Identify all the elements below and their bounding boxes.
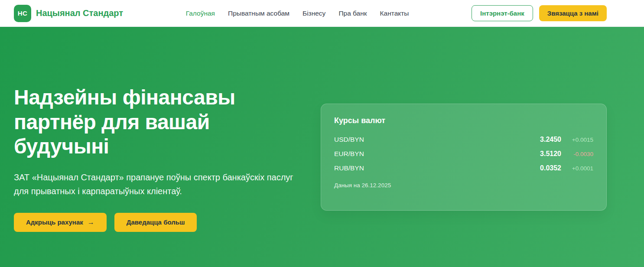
contact-us-button[interactable]: Звязацца з намі <box>539 5 607 21</box>
rate-change: -0.0030 <box>565 151 593 157</box>
rate-pair: EUR/BYN <box>334 150 540 158</box>
arrow-right-icon: → <box>88 219 94 226</box>
bank-logo-icon: НС <box>14 5 31 22</box>
header-actions: Інтэрнэт-банк Звязацца з намі <box>472 5 607 21</box>
header: НС Нацыянал Стандарт Галоўная Прыватным … <box>0 0 644 27</box>
nav-item-home[interactable]: Галоўная <box>186 10 215 17</box>
rate-value: 0.0352 <box>540 164 561 172</box>
nav-item-private[interactable]: Прыватным асобам <box>228 10 289 17</box>
rate-value: 3.5120 <box>540 150 561 158</box>
internet-bank-button[interactable]: Інтэрнэт-банк <box>472 5 533 21</box>
hero-buttons: Адкрыць рахунак → Даведацца больш <box>14 213 300 232</box>
open-account-label: Адкрыць рахунак <box>26 218 83 226</box>
rate-change: +0.0001 <box>565 165 593 172</box>
hero-subtitle: ЗАТ «Нацыянал Стандарт» прапануе поўны с… <box>14 170 300 198</box>
rate-pair: USD/BYN <box>334 136 540 143</box>
rate-pair: RUB/BYN <box>334 164 540 172</box>
rate-row-usd: USD/BYN 3.2450 +0.0015 <box>334 136 593 143</box>
hero-content: Надзейны фінансавы партнёр для вашай буд… <box>14 27 300 232</box>
hero-title: Надзейны фінансавы партнёр для вашай буд… <box>14 85 300 159</box>
rate-value: 3.2450 <box>540 136 561 143</box>
brand[interactable]: НС Нацыянал Стандарт <box>14 5 123 22</box>
header-inner: НС Нацыянал Стандарт Галоўная Прыватным … <box>14 5 607 22</box>
hero-inner: Надзейны фінансавы партнёр для вашай буд… <box>0 27 644 232</box>
open-account-button[interactable]: Адкрыць рахунак → <box>14 213 107 232</box>
nav-item-business[interactable]: Бізнесу <box>302 10 325 17</box>
learn-more-button[interactable]: Даведацца больш <box>114 213 197 232</box>
rate-change: +0.0015 <box>565 137 593 143</box>
rate-row-eur: EUR/BYN 3.5120 -0.0030 <box>334 150 593 158</box>
hero-section: Надзейны фінансавы партнёр для вашай буд… <box>0 27 644 267</box>
rates-as-of-date: Даныя на 26.12.2025 <box>334 182 593 189</box>
currency-rates-card: Курсы валют USD/BYN 3.2450 +0.0015 EUR/B… <box>321 104 607 211</box>
nav-item-contacts[interactable]: Кантакты <box>380 10 409 17</box>
main-nav: Галоўная Прыватным асобам Бізнесу Пра ба… <box>186 10 409 17</box>
brand-name: Нацыянал Стандарт <box>36 8 123 18</box>
rates-card-title: Курсы валют <box>334 116 593 125</box>
rate-row-rub: RUB/BYN 0.0352 +0.0001 <box>334 164 593 172</box>
nav-item-about[interactable]: Пра банк <box>338 10 367 17</box>
